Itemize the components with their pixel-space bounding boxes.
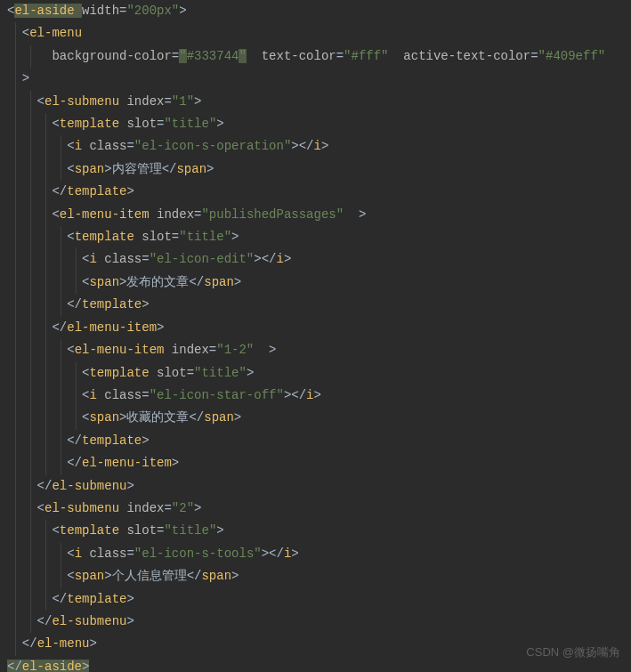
code-line[interactable]: <el-menu — [7, 22, 624, 45]
indent-guide — [45, 204, 46, 226]
code-token-tag: i — [75, 139, 90, 153]
indent-guide — [45, 339, 46, 361]
indent-guide — [61, 271, 61, 294]
code-token-str: "2" — [172, 501, 194, 515]
code-line[interactable]: <span>内容管理</span> — [7, 158, 624, 181]
code-token-text: 发布的文章 — [126, 275, 189, 289]
code-token-punct: > — [179, 4, 186, 18]
code-line[interactable]: <el-menu-item index="1-2" > — [7, 339, 624, 361]
code-line[interactable]: </el-submenu> — [7, 475, 624, 498]
code-token-attr: class — [89, 547, 126, 561]
indent-guide — [30, 91, 31, 113]
code-token-punct: < — [37, 501, 44, 515]
code-line[interactable]: <span>个人信息管理</span> — [7, 565, 624, 587]
indent-guide — [61, 248, 61, 271]
code-line[interactable]: <i class="el-icon-s-tools"></i> — [7, 543, 624, 565]
code-token-str: " — [239, 49, 246, 63]
code-line[interactable]: </el-menu-item> — [7, 452, 624, 474]
indent-guide — [30, 475, 31, 498]
indent-guide — [30, 520, 31, 542]
indent-guide — [61, 407, 61, 429]
code-token-punct: </ — [52, 184, 67, 198]
indent — [7, 569, 67, 583]
indent-guide — [30, 226, 31, 248]
indent-guide — [15, 204, 16, 226]
code-token-str: "title" — [194, 366, 247, 380]
indent-guide — [45, 248, 46, 271]
code-line[interactable]: background-color="#333744" text-color="#… — [7, 45, 624, 68]
code-line[interactable]: <template slot="title"> — [7, 520, 624, 542]
code-line[interactable]: </template> — [7, 430, 624, 452]
code-token-str: "el-icon-star-off" — [150, 388, 284, 402]
code-token-punct: < — [67, 569, 74, 583]
code-token-punct: > — [231, 569, 239, 583]
indent-guide — [76, 362, 77, 385]
indent-guide — [61, 565, 61, 587]
indent-guide — [45, 407, 46, 429]
indent-guide — [76, 271, 77, 294]
indent-guide — [15, 452, 16, 474]
indent-guide — [15, 475, 16, 498]
code-token-str: "title" — [164, 523, 216, 538]
code-line[interactable]: <el-submenu index="2"> — [7, 498, 624, 520]
indent-guide — [30, 385, 31, 407]
code-token-tag: span — [89, 410, 119, 425]
code-line[interactable]: </template> — [7, 588, 624, 611]
code-line[interactable]: <el-menu-item index="publishedPassages" … — [7, 204, 624, 226]
indent-guide — [45, 588, 46, 611]
code-line[interactable]: </el-submenu> — [7, 611, 624, 633]
code-token-attr: active-text-color — [403, 49, 530, 63]
code-token-punct: </ — [7, 660, 22, 672]
code-line[interactable]: <el-aside width="200px"> — [7, 0, 624, 22]
code-line[interactable]: > — [7, 68, 624, 90]
code-token-attr: slot — [126, 523, 157, 538]
indent-guide — [30, 135, 31, 158]
code-token-punct: < — [52, 523, 59, 538]
code-token-punct: = — [142, 388, 149, 402]
code-token-punct: < — [67, 230, 74, 244]
code-token-tag: el-menu — [37, 636, 90, 651]
code-line[interactable]: </el-menu-item> — [7, 317, 624, 339]
code-token-punct: = — [336, 49, 344, 63]
code-token-punct: > — [126, 184, 133, 198]
code-token-punct: </ — [189, 275, 204, 289]
code-line[interactable]: </template> — [7, 181, 624, 203]
indent-guide — [15, 158, 16, 181]
code-token-punct: > — [82, 660, 89, 672]
code-editor[interactable]: <el-aside width="200px"> <el-menu backgr… — [0, 0, 631, 672]
code-line[interactable]: <template slot="title"> — [7, 226, 624, 248]
code-line[interactable]: </template> — [7, 294, 624, 316]
indent-guide — [76, 407, 77, 429]
indent-guide — [15, 135, 16, 158]
indent-guide — [15, 407, 16, 429]
code-line[interactable]: <template slot="title"> — [7, 113, 624, 135]
code-line[interactable]: <span>发布的文章</span> — [7, 271, 624, 294]
code-token-punct: > — [172, 456, 179, 470]
indent-guide — [61, 158, 61, 181]
code-token-punct: < — [52, 117, 59, 131]
code-line[interactable]: <el-submenu index="1"> — [7, 91, 624, 113]
code-token-str: "#fff" — [344, 49, 388, 63]
code-line[interactable]: <i class="el-icon-edit"></i> — [7, 248, 624, 271]
code-token-punct: </ — [37, 614, 53, 628]
code-token-punct: < — [67, 162, 74, 176]
code-token-punct: ></ — [291, 139, 313, 153]
code-token-punct: < — [67, 547, 74, 561]
indent-guide — [45, 181, 46, 203]
code-token-tag: template — [67, 184, 126, 198]
indent-guide — [30, 181, 31, 203]
code-line[interactable]: <i class="el-icon-star-off"></i> — [7, 385, 624, 407]
code-line[interactable]: <template slot="title"> — [7, 362, 624, 385]
code-token-str: "el-icon-s-operation" — [134, 139, 291, 153]
watermark: CSDN @微扬嘴角 — [526, 641, 620, 663]
indent-guide — [30, 271, 31, 294]
code-token-punct: ></ — [284, 388, 306, 402]
code-line[interactable]: <span>收藏的文章</span> — [7, 407, 624, 429]
code-token-attr: background-color — [52, 49, 171, 63]
code-token-punct: < — [37, 94, 44, 109]
code-token-punct: = — [126, 547, 133, 561]
indent — [7, 366, 82, 380]
code-token-text — [247, 49, 262, 63]
code-line[interactable]: <i class="el-icon-s-operation"></i> — [7, 135, 624, 158]
indent — [7, 162, 67, 176]
